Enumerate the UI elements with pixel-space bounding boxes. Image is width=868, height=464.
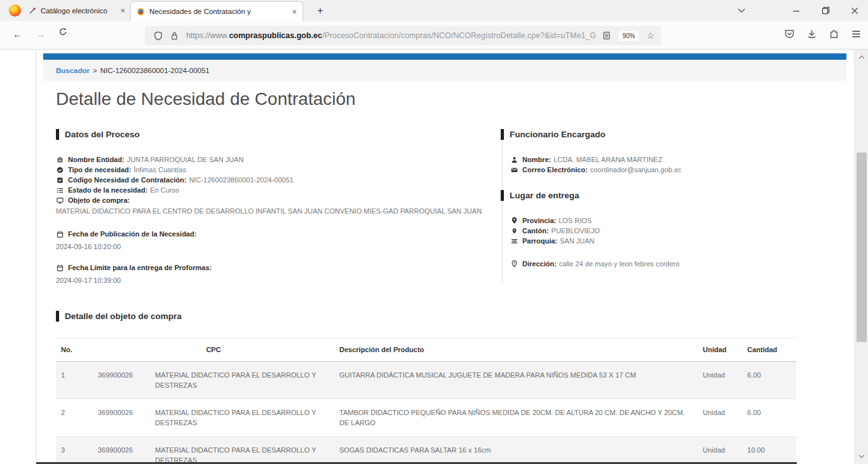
field-value: coordinador@sanjuan.gob.ec xyxy=(590,166,682,174)
section-heading-label: Datos del Proceso xyxy=(65,130,140,139)
productos-table: No. CPC Descripción del Producto Unidad … xyxy=(56,338,796,464)
col-header-cpc: CPC xyxy=(93,338,334,362)
fecha-publicacion-block: Fecha de Publicación de la Necesidad: 20… xyxy=(56,229,502,250)
field-label: Nombre: xyxy=(522,156,551,163)
field-label: Dirección: xyxy=(522,260,557,268)
field-value: calle 24 de mayo y leon febres cordero xyxy=(559,260,680,268)
objeto-compra-text: MATERIAL DIDACTICO PARA EL CENTRO DE DES… xyxy=(56,206,499,217)
field-value: LCDA. MABEL ARANA MARTINEZ xyxy=(553,156,662,163)
site-header-bar xyxy=(43,53,846,60)
map-pin-icon xyxy=(510,217,518,224)
tab-close-icon[interactable]: × xyxy=(120,6,125,15)
section-marker xyxy=(56,311,59,322)
tab-catalogo-electronico[interactable]: Catálogo electrónico × xyxy=(23,0,131,21)
breadcrumb-current: NIC-1260023860001-2024-00051 xyxy=(100,67,210,74)
download-icon[interactable] xyxy=(806,29,817,39)
field-tipo-necesidad: Tipo de necesidad: Ínfimas Cuantías xyxy=(56,165,502,175)
col-header-unidad: Unidad xyxy=(698,338,742,362)
field-value: PUEBLOVIEJO xyxy=(552,227,600,235)
scroll-down-button[interactable] xyxy=(855,451,868,461)
field-label: Nombre Entidad: xyxy=(68,156,125,163)
field-canton: Cantón: PUEBLOVIEJO xyxy=(510,226,846,236)
fecha-publicacion-value: 2024-09-16 10:20:00 xyxy=(56,243,502,250)
cell-unidad: Unidad xyxy=(698,399,742,437)
tab-necesidades-contratacion[interactable]: Necesidades de Contratación y × xyxy=(131,2,302,21)
ecuador-crest-favicon-icon xyxy=(137,8,145,16)
breadcrumb-separator: > xyxy=(93,67,97,74)
col-header-no: No. xyxy=(56,338,93,362)
section-heading-datos-proceso: Datos del Proceso xyxy=(56,129,502,140)
minimize-button[interactable] xyxy=(787,0,806,21)
forward-button[interactable]: → xyxy=(36,29,45,39)
fecha-limite-block: Fecha Límite para la entrega de Proforma… xyxy=(56,263,502,284)
cell-descripcion: GUITARRA DIDÁCTICA MUSICAL JUGUETE DE MA… xyxy=(334,362,698,399)
field-label: Provincia: xyxy=(522,217,556,224)
field-value: En Curso xyxy=(150,186,179,194)
section-heading-funcionario: Funcionario Encargado xyxy=(503,129,846,140)
back-button[interactable]: ← xyxy=(13,29,22,39)
url-bar[interactable]: https://www.compraspublicas.gob.ec/Proce… xyxy=(145,26,661,45)
cell-cpc-code: 369900026 xyxy=(93,399,150,437)
pocket-icon[interactable] xyxy=(784,29,795,39)
url-path: /ProcesoContratacion/compras/NCO/NCORegi… xyxy=(322,31,596,40)
cell-no: 2 xyxy=(56,399,93,437)
lock-icon xyxy=(170,31,179,41)
close-window-button[interactable] xyxy=(845,0,864,21)
cell-cantidad: 6.00 xyxy=(742,362,796,399)
calendar-icon xyxy=(56,231,64,238)
reload-button[interactable] xyxy=(58,27,67,36)
new-tab-button[interactable]: + xyxy=(313,3,328,18)
section-marker xyxy=(501,190,504,201)
tab-close-icon[interactable]: × xyxy=(292,8,297,16)
breadcrumb-link-buscador[interactable]: Buscador xyxy=(56,67,90,74)
field-value: JUNTA PARROQUIAL DE SAN JUAN xyxy=(127,156,244,163)
cell-descripcion: SOGAS DIDACTICAS PARA SALTAR 16 x 16cm xyxy=(334,437,698,464)
menu-hamburger-icon[interactable] xyxy=(851,29,862,39)
extensions-icon[interactable] xyxy=(829,29,839,39)
cell-cpc-code: 369900026 xyxy=(93,437,150,464)
cell-cpc-text: MATERIAL DIDACTICO PARA EL DESARROLLO Y … xyxy=(150,399,334,437)
cell-cpc-code: 369900026 xyxy=(93,362,150,399)
cell-no: 3 xyxy=(56,437,93,464)
table-header-row: No. CPC Descripción del Producto Unidad … xyxy=(56,338,796,362)
field-value: SAN JUAN xyxy=(560,237,594,245)
check-circle-icon xyxy=(56,167,64,174)
section-heading-label: Funcionario Encargado xyxy=(510,130,606,139)
col-header-descripcion: Descripción del Producto xyxy=(334,338,698,362)
chevron-down-icon xyxy=(738,8,745,13)
col-header-cantidad: Cantidad xyxy=(742,338,796,362)
cell-descripcion: TAMBOR DIDÁCTICO PEQUEÑO PARA NIÑOS MEDI… xyxy=(334,399,698,437)
scrollbar-thumb[interactable] xyxy=(857,153,867,342)
cell-no: 1 xyxy=(56,362,93,399)
browser-toolbar: ← → https://www.compraspublicas.gob.ec/P… xyxy=(0,21,868,50)
zoom-level-badge[interactable]: 90% xyxy=(618,31,639,41)
map-pin-small-icon xyxy=(510,228,518,235)
section-heading-detalle-objeto: Detalle del objeto de compra xyxy=(56,311,846,322)
minimize-icon xyxy=(792,7,800,15)
shield-icon xyxy=(154,31,163,41)
tab-list-dropdown-button[interactable] xyxy=(732,0,751,21)
tab-title: Catálogo electrónico xyxy=(41,7,116,15)
tab-title: Necesidades de Contratación y xyxy=(149,8,287,15)
dart-favicon-icon xyxy=(29,7,36,15)
page-scrollbar[interactable] xyxy=(854,50,868,464)
clipboard-check-icon xyxy=(56,177,64,184)
screen-icon xyxy=(56,197,64,204)
list-icon xyxy=(56,187,64,194)
bookmark-star-icon[interactable]: ☆ xyxy=(646,31,654,41)
fecha-limite-value: 2024-09-17 10:39:00 xyxy=(56,276,502,284)
cell-cpc-text: MATERIAL DIDACTICO PARA EL DESARROLLO Y … xyxy=(150,362,334,399)
table-row: 1 369900026 MATERIAL DIDACTICO PARA EL D… xyxy=(56,362,796,399)
page-left-divider xyxy=(36,50,36,464)
field-provincia: Provincia: LOS RIOS xyxy=(510,215,846,226)
field-label: Correo Electrónico: xyxy=(522,166,588,174)
reader-view-icon[interactable] xyxy=(602,31,611,40)
field-label: Estado de la necesidad: xyxy=(68,186,147,194)
scroll-up-button[interactable] xyxy=(855,52,868,62)
field-label: Código Necesidad de Contratación: xyxy=(68,176,186,184)
field-parroquia: Parroquia: SAN JUAN xyxy=(510,236,846,246)
section-heading-label: Detalle del objeto de compra xyxy=(65,311,182,321)
restore-button[interactable] xyxy=(816,0,835,21)
field-nombre-entidad: Nombre Entidad: JUNTA PARROQUIAL DE SAN … xyxy=(56,154,502,165)
field-objeto-compra: Objeto de compra: xyxy=(56,195,502,205)
